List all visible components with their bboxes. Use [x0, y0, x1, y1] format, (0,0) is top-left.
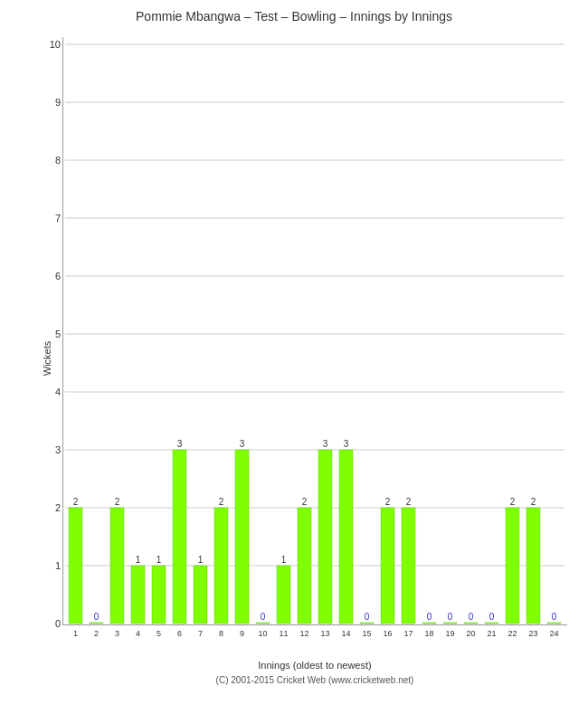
- svg-text:0: 0: [427, 612, 432, 622]
- svg-rect-72: [422, 623, 436, 624]
- svg-text:7: 7: [55, 213, 61, 224]
- svg-text:0: 0: [469, 612, 474, 622]
- svg-text:3: 3: [323, 439, 328, 449]
- svg-rect-39: [194, 566, 207, 624]
- svg-rect-63: [360, 623, 374, 624]
- svg-text:3: 3: [55, 444, 61, 455]
- svg-text:5: 5: [156, 629, 161, 638]
- svg-text:1: 1: [281, 555, 287, 565]
- svg-text:12: 12: [299, 629, 308, 638]
- svg-text:2: 2: [219, 497, 224, 507]
- svg-rect-42: [214, 508, 228, 624]
- svg-rect-24: [90, 623, 103, 624]
- svg-text:1: 1: [156, 555, 162, 565]
- svg-rect-66: [381, 508, 394, 624]
- svg-text:22: 22: [507, 629, 517, 638]
- svg-text:2: 2: [302, 497, 308, 507]
- svg-rect-33: [152, 566, 166, 624]
- svg-text:2: 2: [55, 502, 61, 513]
- svg-rect-90: [547, 623, 561, 624]
- svg-text:0: 0: [489, 612, 495, 622]
- svg-text:3: 3: [115, 629, 119, 638]
- svg-text:15: 15: [362, 629, 371, 638]
- svg-text:11: 11: [279, 629, 288, 638]
- svg-text:1: 1: [136, 555, 141, 565]
- svg-rect-60: [339, 450, 353, 624]
- svg-text:0: 0: [94, 612, 100, 622]
- svg-text:10: 10: [50, 39, 61, 50]
- svg-text:1: 1: [198, 555, 204, 565]
- svg-text:2: 2: [73, 497, 79, 507]
- svg-rect-48: [256, 623, 270, 624]
- svg-text:19: 19: [445, 629, 454, 638]
- chart-inner: 0123456789102102231415361728390101112123…: [62, 37, 567, 625]
- svg-rect-36: [173, 450, 186, 624]
- svg-text:4: 4: [55, 386, 61, 397]
- svg-text:21: 21: [487, 629, 496, 638]
- svg-text:2: 2: [94, 629, 99, 638]
- svg-text:4: 4: [136, 629, 140, 638]
- svg-text:5: 5: [55, 329, 61, 339]
- svg-text:2: 2: [510, 497, 516, 507]
- svg-text:0: 0: [365, 612, 370, 622]
- svg-text:8: 8: [55, 155, 61, 166]
- y-axis-title: Wickets: [42, 341, 52, 376]
- svg-rect-84: [506, 508, 519, 624]
- svg-text:14: 14: [341, 629, 350, 638]
- svg-text:2: 2: [385, 497, 391, 507]
- svg-text:3: 3: [344, 439, 349, 449]
- svg-rect-54: [298, 508, 311, 624]
- svg-rect-27: [110, 508, 124, 624]
- svg-text:1: 1: [55, 560, 61, 571]
- svg-text:3: 3: [177, 439, 183, 449]
- svg-text:24: 24: [549, 629, 558, 638]
- svg-text:17: 17: [403, 629, 413, 638]
- svg-text:18: 18: [424, 629, 433, 638]
- svg-text:13: 13: [320, 629, 329, 638]
- svg-rect-75: [443, 623, 457, 624]
- svg-text:2: 2: [531, 497, 536, 507]
- svg-text:9: 9: [240, 629, 244, 638]
- svg-text:9: 9: [55, 97, 61, 108]
- svg-text:0: 0: [448, 612, 453, 622]
- svg-text:8: 8: [219, 629, 223, 638]
- chart-title: Pommie Mbangwa – Test – Bowling – Inning…: [136, 9, 452, 24]
- svg-rect-69: [402, 508, 415, 624]
- svg-text:23: 23: [528, 629, 537, 638]
- svg-rect-78: [464, 623, 478, 624]
- x-axis-title: Innings (oldest to newest): [62, 660, 567, 671]
- svg-rect-30: [131, 566, 145, 624]
- svg-rect-51: [277, 566, 290, 624]
- svg-text:10: 10: [258, 629, 267, 638]
- svg-text:0: 0: [261, 612, 266, 622]
- svg-rect-45: [235, 450, 249, 624]
- svg-text:2: 2: [115, 497, 120, 507]
- svg-rect-21: [69, 508, 82, 624]
- svg-rect-57: [318, 450, 332, 624]
- svg-text:20: 20: [466, 629, 475, 638]
- chart-footer: (C) 2001-2015 Cricket Web (www.cricketwe…: [62, 675, 567, 685]
- svg-text:2: 2: [406, 497, 412, 507]
- svg-text:0: 0: [55, 618, 61, 629]
- svg-text:7: 7: [198, 629, 203, 638]
- svg-text:6: 6: [177, 629, 182, 638]
- chart-container: Pommie Mbangwa – Test – Bowling – Inning…: [0, 0, 588, 724]
- svg-text:6: 6: [55, 271, 61, 281]
- svg-text:3: 3: [240, 439, 245, 449]
- svg-text:16: 16: [383, 629, 392, 638]
- svg-text:1: 1: [73, 629, 78, 638]
- svg-text:0: 0: [552, 612, 557, 622]
- svg-rect-81: [485, 623, 498, 624]
- svg-rect-87: [526, 508, 540, 624]
